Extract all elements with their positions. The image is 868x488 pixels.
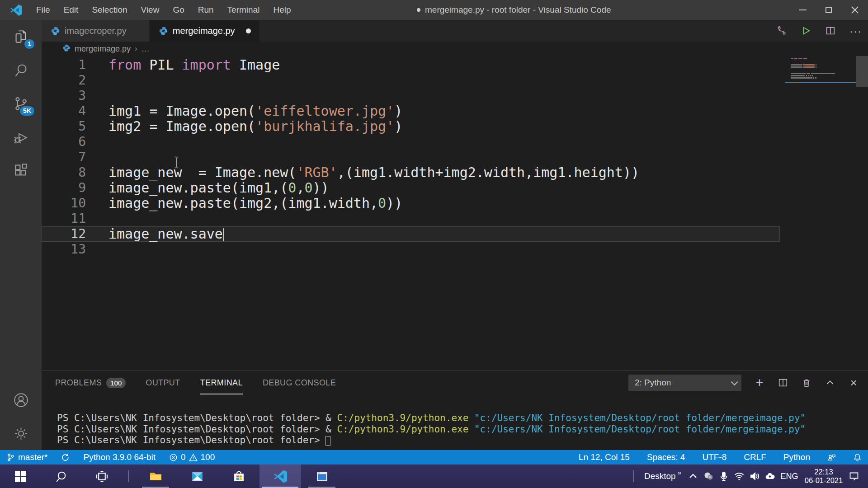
panel-maximize-icon[interactable] (825, 377, 835, 388)
panel-tab-terminal[interactable]: TERMINAL (200, 371, 243, 394)
mail-app-icon[interactable] (176, 465, 218, 488)
panel-close-icon[interactable]: × (848, 377, 859, 388)
maximize-button[interactable] (816, 0, 842, 20)
breadcrumb-file[interactable]: mergeimage.py (75, 44, 131, 54)
microphone-icon[interactable] (716, 465, 731, 488)
run-file-icon[interactable] (801, 25, 811, 36)
vscode-logo-icon (10, 4, 22, 16)
line-number: 8 (42, 165, 86, 180)
code-line[interactable]: 5img2 = Image.open('burjkhalifa.jpg') (42, 119, 780, 134)
volume-icon[interactable] (747, 465, 762, 488)
onedrive-icon[interactable] (762, 465, 778, 488)
code-line[interactable]: 3 (42, 88, 780, 103)
run-debug-icon[interactable] (0, 120, 42, 154)
code-line[interactable]: 11 (42, 211, 780, 226)
python-interpreter-item[interactable]: Python 3.9.0 64-bit (83, 452, 156, 462)
source-control-icon[interactable]: 5K (0, 87, 42, 120)
panel-tabs: PROBLEMS100OUTPUTTERMINALDEBUG CONSOLE (55, 371, 356, 394)
menu-edit[interactable]: Edit (57, 0, 85, 20)
menu-run[interactable]: Run (191, 0, 221, 20)
terminal-line: PS C:\Users\NK Infosystem\Desktop\root f… (57, 424, 868, 435)
code-line[interactable]: 7 (42, 150, 780, 165)
code-line[interactable]: 9image_new.paste(img1,(0,0)) (42, 180, 780, 196)
menu-terminal[interactable]: Terminal (221, 0, 267, 20)
breadcrumb[interactable]: mergeimage.py › … (42, 42, 868, 56)
minimap[interactable] (788, 56, 856, 160)
minimize-button[interactable] (789, 0, 816, 20)
search-icon[interactable] (0, 53, 42, 87)
new-terminal-icon[interactable]: + (754, 377, 765, 388)
meet-now-icon[interactable] (701, 465, 716, 488)
store-app-icon[interactable] (218, 465, 259, 488)
settings-gear-icon[interactable] (0, 417, 42, 450)
breadcrumb-symbol[interactable]: … (142, 44, 150, 54)
code-line[interactable]: 8image_new = Image.new('RGB',(img1.width… (42, 165, 780, 180)
code-editor[interactable]: 1from PIL import Image234img1 = Image.op… (42, 56, 868, 371)
code-line[interactable]: 12image_new.save (42, 226, 780, 242)
terminal-shell-select[interactable]: 2: Python (628, 375, 741, 391)
language-mode-item[interactable]: Python (783, 452, 810, 462)
errors-icon (169, 453, 178, 462)
encoding-item[interactable]: UTF-8 (702, 452, 726, 462)
kill-terminal-icon[interactable] (801, 377, 812, 388)
menu-file[interactable]: File (29, 0, 57, 20)
menu-go[interactable]: Go (166, 0, 191, 20)
system-tray: Desktop » (627, 465, 868, 488)
modified-dot-icon[interactable] (246, 28, 251, 33)
panel-tab-problems[interactable]: PROBLEMS100 (55, 371, 126, 394)
start-button[interactable] (0, 465, 41, 488)
taskbar-search-icon[interactable] (41, 465, 81, 488)
show-hidden-icons[interactable] (685, 465, 701, 488)
vscode-taskbar-icon[interactable] (259, 465, 301, 488)
menu-help[interactable]: Help (266, 0, 297, 20)
line-number: 7 (42, 150, 86, 165)
line-number: 5 (42, 119, 86, 134)
line-number: 11 (42, 211, 86, 226)
code-line[interactable]: 6 (42, 134, 780, 150)
account-icon[interactable] (0, 383, 42, 417)
terminal-output[interactable]: PS C:\Users\NK Infosystem\Desktop\root f… (42, 394, 868, 450)
language-indicator[interactable]: ENG (778, 472, 801, 481)
task-view-icon[interactable] (81, 465, 122, 488)
code-line[interactable]: 2 (42, 73, 780, 88)
extensions-icon[interactable] (0, 154, 42, 187)
code-line[interactable]: 13 (42, 242, 780, 257)
tab-bar: imagecroper.pymergeimage.py ··· (42, 20, 868, 42)
wifi-icon[interactable] (731, 465, 747, 488)
problems-item[interactable]: 0 100 (169, 452, 215, 462)
code-line[interactable]: 4img1 = Image.open('eiffeltower.jpg') (42, 103, 780, 119)
menu-selection[interactable]: Selection (85, 0, 134, 20)
toolbar-expand-icon[interactable]: » (678, 469, 681, 476)
eol-item[interactable]: CRLF (744, 452, 766, 462)
action-center-icon[interactable] (846, 465, 862, 488)
open-changes-icon[interactable] (776, 25, 787, 36)
tab-imagecroper.py[interactable]: imagecroper.py (42, 20, 150, 42)
title-bar: FileEditSelectionViewGoRunTerminalHelp m… (0, 0, 868, 20)
notifications-item[interactable] (853, 453, 862, 462)
explorer-icon[interactable]: 1 (0, 20, 42, 53)
line-number: 2 (42, 73, 86, 88)
cursor-position-item[interactable]: Ln 12, Col 15 (579, 452, 630, 462)
split-terminal-icon[interactable] (778, 377, 788, 388)
close-button[interactable] (842, 0, 868, 20)
code-line[interactable]: 1from PIL import Image (42, 57, 780, 73)
status-bar: master* Python 3.9.0 64-bit 0 100 Ln 12,… (0, 450, 868, 465)
line-number: 13 (42, 242, 86, 257)
python-icon (51, 26, 60, 36)
tab-mergeimage.py[interactable]: mergeimage.py (150, 20, 259, 42)
app-window-icon[interactable] (301, 465, 343, 488)
desktop-toolbar[interactable]: Desktop (640, 471, 678, 481)
clock[interactable]: 22:13 06-01-2021 (801, 468, 846, 485)
menu-view[interactable]: View (134, 0, 166, 20)
more-actions-icon[interactable]: ··· (849, 26, 860, 36)
code-line[interactable]: 10image_new.paste(img2,(img1.width,0)) (42, 196, 780, 211)
file-explorer-icon[interactable] (135, 465, 176, 488)
panel-tab-output[interactable]: OUTPUT (146, 371, 180, 394)
split-editor-icon[interactable] (825, 25, 836, 36)
panel-tab-debug-console[interactable]: DEBUG CONSOLE (263, 371, 336, 394)
editor-scrollbar[interactable] (856, 56, 868, 87)
feedback-item[interactable] (827, 453, 836, 462)
git-branch-item[interactable]: master* (6, 452, 47, 462)
sync-changes-item[interactable] (61, 453, 70, 462)
indentation-item[interactable]: Spaces: 4 (647, 452, 685, 462)
